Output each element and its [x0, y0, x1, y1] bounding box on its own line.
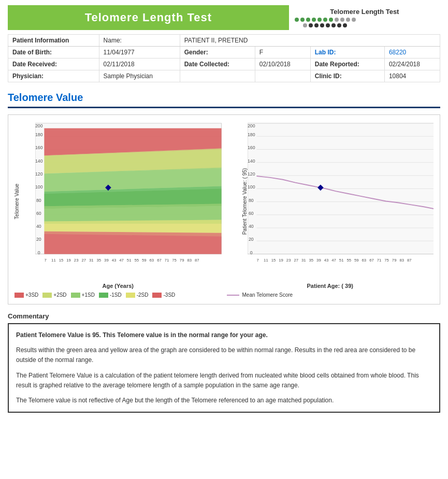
commentary-para2: The Patient Telomere Value is a calculat… [16, 371, 432, 390]
legend-color-1sd-plus [71, 293, 80, 298]
chart2-legend: Mean Telomere Score [227, 292, 434, 298]
logo-dot [340, 18, 344, 22]
chart1-wrapper: Telomere Value 0 20 40 60 80 100 [15, 121, 222, 282]
label-date-reported: Date Reported: [310, 59, 384, 70]
label-lab-id: Lab ID: [310, 47, 384, 59]
svg-text:160: 160 [35, 145, 43, 150]
svg-text:47: 47 [331, 258, 336, 263]
svg-text:31: 31 [89, 258, 94, 263]
svg-text:11: 11 [51, 258, 56, 263]
label-gender: Gender: [180, 47, 255, 59]
label-name: Name: [99, 35, 180, 47]
physician-value: Sample Physician [99, 70, 180, 82]
mean-score-line [227, 295, 239, 296]
legend-color-2sd-plus [42, 293, 52, 298]
legend-1sd-minus: -1SD [99, 292, 122, 298]
svg-text:100: 100 [248, 184, 255, 190]
chart2-y-label: Patient Telomere Value: ( 95) [241, 168, 247, 235]
logo-dot [337, 23, 341, 27]
svg-text:63: 63 [150, 258, 154, 263]
svg-text:31: 31 [301, 258, 306, 263]
page-wrapper: Telomere Length Test Telomere Length Tes… [0, 0, 448, 418]
legend-color-3sd-plus [15, 293, 24, 298]
svg-marker-34 [44, 220, 221, 233]
svg-text:7: 7 [44, 258, 46, 263]
svg-text:71: 71 [165, 258, 169, 263]
svg-text:83: 83 [399, 258, 404, 263]
chart2-wrapper: Patient Telomere Value: ( 95) [227, 121, 434, 282]
date-collected-value: 02/10/2018 [255, 59, 310, 70]
svg-text:79: 79 [392, 258, 396, 263]
svg-text:83: 83 [187, 258, 192, 263]
svg-text:200: 200 [248, 123, 255, 128]
label-date-received: Date Received: [8, 59, 99, 70]
mean-score-label: Mean Telomere Score [242, 292, 293, 298]
clinic-id-value: 10804 [384, 70, 440, 82]
chart1-x-label: Age (Years) [15, 283, 222, 289]
logo-dot [306, 18, 310, 22]
label-clinic-id: Clinic ID: [310, 70, 384, 82]
svg-text:87: 87 [195, 258, 199, 263]
label-physician: Physician: [8, 70, 99, 82]
svg-text:55: 55 [134, 258, 139, 263]
commentary-para-bold: Patient Telomere Value is 95. This Telom… [16, 330, 432, 340]
legend-label-1sd-minus: -1SD [110, 292, 122, 298]
legend-color-1sd-minus [99, 293, 108, 298]
svg-marker-33 [44, 204, 221, 221]
chart1-legend: +3SD +2SD +1SD -1SD [15, 292, 222, 298]
svg-text:180: 180 [35, 132, 43, 137]
svg-text:67: 67 [157, 258, 162, 263]
svg-text:7: 7 [256, 258, 258, 263]
chart1-svg: 0 20 40 60 80 100 120 140 160 180 200 [35, 121, 222, 266]
chart2-area: 0 20 40 60 80 100 120 140 160 180 200 [248, 121, 434, 266]
commentary-box: Patient Telomere Value is 95. This Telom… [8, 323, 440, 413]
header-title-cell: Telomere Length Test [8, 5, 289, 30]
logo-text: Telomere Length Test [294, 8, 435, 16]
chart1-y-label: Telomere Value [14, 184, 20, 220]
svg-text:180: 180 [248, 132, 255, 137]
chart2-box: Patient Telomere Value: ( 95) [227, 121, 434, 298]
chart1-area: 0 20 40 60 80 100 120 140 160 180 200 [35, 121, 222, 266]
svg-text:51: 51 [127, 258, 132, 263]
label-date-collected: Date Collected: [180, 59, 255, 70]
logo-dot [309, 23, 313, 27]
svg-text:67: 67 [369, 258, 374, 263]
legend-color-3sd-minus [152, 293, 162, 298]
svg-text:100: 100 [35, 184, 43, 190]
label-dob: Date of Birth: [8, 47, 99, 59]
svg-text:71: 71 [377, 258, 381, 263]
svg-text:43: 43 [324, 258, 328, 263]
telomere-section: Telomere Value Telomere Value 0 20 40 [8, 92, 440, 413]
svg-text:59: 59 [142, 258, 147, 263]
legend-color-2sd-minus [126, 293, 135, 298]
legend-2sd-minus: -2SD [126, 292, 149, 298]
commentary-para1: Results within the green area and yellow… [16, 345, 432, 365]
logo-dot [303, 23, 307, 27]
svg-text:39: 39 [316, 258, 321, 263]
svg-text:23: 23 [286, 258, 291, 263]
svg-text:19: 19 [279, 258, 283, 263]
svg-text:0: 0 [250, 250, 252, 255]
legend-label-2sd-plus: +2SD [53, 292, 66, 298]
date-reported-value: 02/24/2018 [384, 59, 440, 70]
commentary-label: Commentary [8, 312, 440, 320]
svg-text:140: 140 [248, 158, 255, 164]
logo-dot [331, 23, 336, 27]
svg-text:200: 200 [35, 123, 43, 128]
legend-3sd-minus: -3SD [152, 292, 175, 298]
svg-text:15: 15 [59, 258, 64, 263]
svg-text:59: 59 [354, 258, 358, 263]
svg-text:120: 120 [248, 171, 255, 177]
svg-text:80: 80 [248, 198, 253, 203]
legend-label-3sd-plus: +3SD [25, 292, 38, 298]
svg-text:60: 60 [36, 211, 41, 216]
chart2-x-label: Patient Age: ( 39) [227, 283, 434, 289]
logo-dot [343, 23, 347, 27]
logo-dot [352, 18, 356, 22]
gender-value: F [255, 47, 310, 59]
svg-text:15: 15 [271, 258, 276, 263]
svg-text:51: 51 [339, 258, 343, 263]
logo-dot [346, 18, 350, 22]
lab-id-value: 68220 [384, 47, 440, 59]
commentary-bold-text: Patient Telomere Value is 95. This Telom… [16, 331, 268, 339]
